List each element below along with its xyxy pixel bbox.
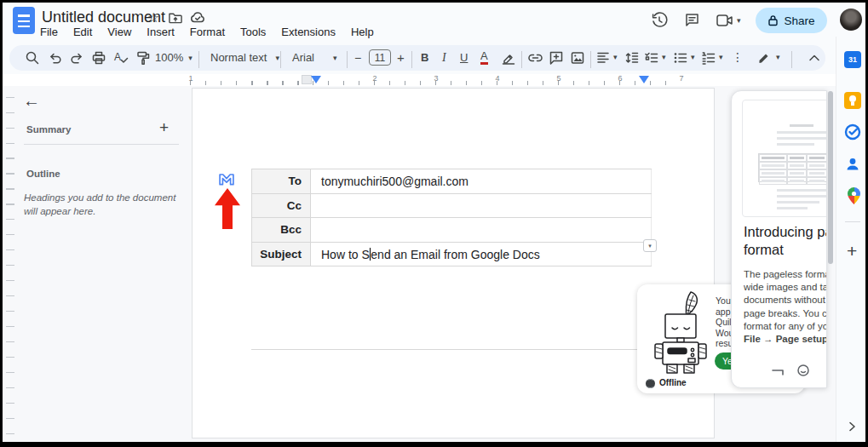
google-docs-window: Untitled document ☆ File Edit View Inser… bbox=[0, 0, 868, 447]
align-caret-icon[interactable]: ▾ bbox=[613, 53, 618, 61]
calendar-day-label: 31 bbox=[844, 51, 861, 68]
menu-insert[interactable]: Insert bbox=[141, 24, 180, 40]
text-color-button[interactable]: A bbox=[480, 49, 488, 65]
meet-video-icon[interactable] bbox=[716, 14, 733, 26]
ruler-number: 4 bbox=[495, 74, 499, 83]
numbered-list-caret-icon[interactable]: ▾ bbox=[719, 53, 723, 61]
highlight-color-icon[interactable] bbox=[501, 50, 516, 66]
bold-button[interactable]: B bbox=[421, 51, 428, 64]
menu-view[interactable]: View bbox=[102, 24, 136, 40]
toolbar-divider bbox=[280, 51, 281, 68]
hide-menus-icon[interactable] bbox=[808, 54, 820, 62]
keep-bulb-icon bbox=[849, 95, 856, 102]
draft-options-chip[interactable]: ▾ bbox=[643, 239, 657, 252]
paint-format-icon[interactable] bbox=[136, 50, 151, 66]
menu-extensions[interactable]: Extensions bbox=[276, 24, 341, 40]
menu-format[interactable]: Format bbox=[185, 24, 230, 40]
pageless-body-line: The pageless format a bbox=[744, 268, 827, 281]
to-label-cell[interactable]: To bbox=[251, 169, 311, 193]
zoom-select[interactable]: 100% ▾ bbox=[155, 51, 193, 64]
redo-icon[interactable] bbox=[70, 51, 84, 65]
reply-glyph-icon bbox=[772, 367, 786, 377]
right-indent-marker[interactable] bbox=[639, 76, 649, 83]
calendar-icon[interactable]: 31 bbox=[843, 50, 862, 69]
add-comment-icon[interactable] bbox=[549, 50, 564, 66]
keep-icon[interactable] bbox=[843, 91, 862, 110]
bcc-value-cell[interactable] bbox=[311, 218, 652, 242]
ruler-number: 1 bbox=[188, 74, 193, 83]
style-caret-icon: ▾ bbox=[275, 54, 279, 62]
menu-help[interactable]: Help bbox=[346, 24, 379, 40]
bcc-label-cell[interactable]: Bcc bbox=[251, 218, 311, 242]
toolbar-divider bbox=[198, 51, 199, 68]
outline-hint: Headings you add to the document will ap… bbox=[24, 191, 177, 218]
version-history-icon[interactable] bbox=[651, 12, 668, 29]
editing-mode-caret-icon[interactable]: ▾ bbox=[776, 53, 780, 61]
font-select[interactable]: Arial ▾ bbox=[292, 51, 337, 64]
font-value: Arial bbox=[292, 51, 314, 64]
avatar[interactable] bbox=[840, 9, 862, 31]
contacts-icon[interactable] bbox=[843, 155, 862, 174]
to-value-cell[interactable]: tonymuchiri500@gmail.com bbox=[311, 169, 652, 193]
menu-bar: File Edit View Insert Format Tools Exten… bbox=[35, 24, 379, 40]
increase-font-button[interactable]: + bbox=[397, 50, 405, 65]
menu-file[interactable]: File bbox=[35, 24, 63, 40]
pageless-title-line2: format bbox=[744, 241, 827, 259]
left-indent-marker[interactable] bbox=[311, 76, 321, 83]
cc-label-cell[interactable]: Cc bbox=[251, 194, 311, 218]
editing-mode-pen-icon[interactable] bbox=[757, 51, 771, 65]
checklist-icon[interactable] bbox=[644, 51, 658, 65]
meet-caret-icon[interactable]: ▾ bbox=[737, 16, 741, 25]
decrease-font-button[interactable]: − bbox=[354, 51, 361, 65]
checklist-caret-icon[interactable]: ▾ bbox=[662, 53, 666, 61]
illustration-bar bbox=[777, 195, 826, 198]
robot-illustration bbox=[647, 290, 715, 375]
move-folder-icon[interactable] bbox=[168, 11, 183, 25]
maps-icon[interactable] bbox=[844, 186, 863, 205]
bullet-list-icon[interactable] bbox=[673, 51, 687, 65]
ruler-number: 5 bbox=[556, 74, 560, 83]
file-menu-reference: File bbox=[744, 334, 761, 344]
undo-icon[interactable] bbox=[48, 51, 62, 65]
menu-tools[interactable]: Tools bbox=[235, 24, 271, 40]
get-addons-button[interactable]: + bbox=[847, 241, 857, 261]
show-side-panel-chevron-icon[interactable] bbox=[847, 421, 857, 433]
subject-label-cell[interactable]: Subject bbox=[251, 243, 311, 266]
align-icon[interactable] bbox=[596, 51, 610, 65]
cc-value-cell[interactable] bbox=[311, 194, 652, 218]
numbered-list-icon[interactable] bbox=[701, 51, 716, 65]
email-cc-row: Cc bbox=[251, 194, 652, 219]
email-draft-table: To tonymuchiri500@gmail.com Cc Bcc Subje… bbox=[251, 169, 652, 266]
comments-icon[interactable] bbox=[684, 12, 700, 28]
add-summary-button[interactable]: + bbox=[159, 118, 169, 137]
insert-link-icon[interactable] bbox=[527, 51, 543, 65]
insert-image-icon[interactable] bbox=[570, 50, 585, 66]
font-size-input[interactable]: 11 bbox=[369, 49, 391, 66]
cloud-status-icon[interactable] bbox=[190, 11, 206, 24]
line-spacing-icon[interactable] bbox=[624, 51, 639, 65]
print-icon[interactable] bbox=[91, 50, 106, 66]
pageless-body-line: page breaks. You can bbox=[744, 307, 827, 320]
pageless-promo-card: Introducing pa format The pageless forma… bbox=[731, 90, 827, 388]
back-arrow-icon: ← bbox=[23, 91, 40, 110]
spellcheck-letter: A bbox=[114, 51, 121, 63]
more-formatting-icon[interactable]: ⋮ bbox=[732, 50, 744, 64]
italic-button[interactable]: I bbox=[442, 51, 446, 65]
email-subject-row: Subject How to Send an Email from Google… bbox=[251, 243, 652, 267]
spellcheck-icon[interactable]: A bbox=[113, 49, 129, 66]
tasks-icon[interactable] bbox=[843, 123, 862, 141]
share-button[interactable]: Share bbox=[756, 8, 827, 33]
close-outline-back-icon[interactable]: ← bbox=[23, 91, 40, 111]
paragraph-style-select[interactable]: Normal text ▾ bbox=[210, 51, 279, 64]
bullet-list-caret-icon[interactable]: ▾ bbox=[691, 53, 695, 61]
underline-button[interactable]: U bbox=[460, 51, 468, 64]
docs-logo[interactable] bbox=[13, 7, 35, 34]
menu-edit[interactable]: Edit bbox=[68, 24, 97, 40]
search-menus-icon[interactable] bbox=[25, 50, 40, 66]
ruler-number: 2 bbox=[372, 74, 377, 83]
illustration-bar bbox=[777, 189, 826, 192]
subject-value-cell[interactable]: How to Send an Email from Google Docs bbox=[311, 243, 652, 266]
illustration-bar bbox=[777, 201, 819, 203]
gmail-icon bbox=[218, 171, 235, 186]
vertical-scrollbar[interactable] bbox=[828, 91, 833, 264]
